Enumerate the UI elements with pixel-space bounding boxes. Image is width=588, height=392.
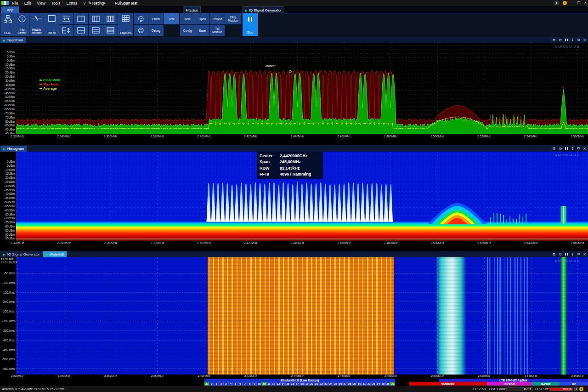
ble-channel-25: 25 bbox=[333, 382, 338, 386]
smiley-sad-button[interactable]: ☹ bbox=[134, 25, 148, 36]
debug-button[interactable]: Debug bbox=[148, 25, 164, 36]
three-columns-layout-button[interactable] bbox=[89, 13, 103, 24]
roc-button[interactable]: ROC bbox=[0, 13, 15, 36]
close-icon[interactable]: × bbox=[583, 38, 586, 42]
gear-icon[interactable]: ⚙ bbox=[553, 147, 556, 151]
iq-signal-generator-tab-label: IQ Signal Generator bbox=[7, 252, 40, 256]
health-monitor-icon bbox=[32, 15, 42, 22]
close-icon[interactable]: × bbox=[583, 147, 586, 151]
menu-tools[interactable]: Tools bbox=[51, 1, 61, 6]
mission-dbg-mission-button[interactable]: Dbg Mission bbox=[225, 13, 241, 24]
info-icon[interactable]: i bbox=[574, 387, 578, 391]
mission-dbg-column: Dbg Mission bbox=[225, 13, 241, 36]
mission-save-button[interactable]: Save bbox=[195, 25, 209, 36]
notification-icon[interactable]: i bbox=[579, 387, 583, 391]
mission-config-button[interactable]: Config bbox=[180, 25, 195, 36]
four-columns-layout-button[interactable] bbox=[103, 13, 118, 24]
two-rows-layout-button[interactable] bbox=[74, 25, 88, 36]
mission-txt-mission-button[interactable]: Txt Mission bbox=[210, 25, 225, 36]
menu-view[interactable]: View bbox=[37, 1, 45, 6]
menu-edit[interactable]: Edit bbox=[24, 1, 31, 6]
x-axis-label: 2.440MHz bbox=[291, 135, 305, 138]
test-button[interactable]: Test bbox=[164, 13, 179, 24]
menu-file[interactable]: File bbox=[12, 1, 18, 6]
y-axis-label: -50dBm bbox=[0, 95, 15, 98]
spectrum-panel-tab[interactable]: ▶ Spectrum bbox=[0, 37, 26, 43]
minimize-button[interactable]: − bbox=[571, 0, 573, 6]
edit-pencil-icon[interactable]: ✎ bbox=[88, 1, 92, 6]
undo-icon[interactable]: ↶ bbox=[96, 1, 99, 6]
detach-icon[interactable]: ⧉ bbox=[577, 38, 580, 42]
refresh-icon[interactable]: ⟳ bbox=[559, 147, 562, 151]
waterfall-tab[interactable]: ▶ Waterfall bbox=[43, 251, 67, 257]
ble-channel-16: 16 bbox=[290, 382, 295, 386]
health-monitor-label: Health Monitor bbox=[29, 28, 44, 34]
waterfall-time-gridline bbox=[16, 301, 588, 302]
info-row: RBW82,143kHz bbox=[260, 165, 320, 171]
histogram-panel-tab[interactable]: ▶ Histogram bbox=[0, 146, 27, 152]
waterfall-freq-gridline bbox=[157, 257, 158, 375]
gear-icon[interactable]: ⚙ bbox=[553, 38, 556, 42]
aaronia-watermark: AARONIA AG bbox=[554, 259, 580, 262]
close-icon[interactable]: × bbox=[583, 252, 586, 256]
detach-icon[interactable]: ⧉ bbox=[577, 146, 580, 151]
waterfall-time-gridline bbox=[16, 340, 588, 341]
waterfall-plot[interactable]: 15.02.2021 12:01:30,573 -50,0ms-100,0ms-… bbox=[0, 257, 588, 375]
iq-stop-button[interactable]: Stop bbox=[243, 13, 258, 36]
pause-icon[interactable] bbox=[565, 147, 568, 150]
menu-extras[interactable]: Extras bbox=[66, 1, 77, 6]
tab-all-button[interactable]: Tab all bbox=[44, 13, 59, 36]
y-axis-label: -65dBm bbox=[0, 212, 15, 216]
three-rows-layout-button[interactable] bbox=[89, 25, 103, 36]
notification-icon[interactable]: i bbox=[563, 1, 567, 5]
spectrum-plot[interactable]: 5dBm0dBm-5dBm-10dBm-15dBm-20dBm-25dBm-30… bbox=[0, 43, 588, 134]
y-axis-label: -20dBm bbox=[0, 71, 15, 74]
gear-icon[interactable]: ⚙ bbox=[553, 252, 556, 256]
spectrum-panel: ▶ Spectrum ⚙ ⟳ ↧ ⧉ × 5dBm0dBm-5dBm-10dBm… bbox=[0, 37, 588, 142]
redo-icon[interactable]: ↷ bbox=[102, 1, 106, 6]
waterfall-time-gridline bbox=[16, 350, 588, 350]
info-center-button[interactable]: Info Center bbox=[15, 13, 29, 36]
ribbon-tab-mission[interactable]: Mission bbox=[183, 6, 201, 13]
snapshot-icon[interactable]: ↧ bbox=[571, 38, 574, 42]
split-vertical-arrows-button[interactable] bbox=[59, 25, 74, 36]
pause-icon[interactable] bbox=[565, 39, 568, 41]
info-row: FFTs4096 / Hamming bbox=[260, 171, 320, 178]
pause-icon[interactable] bbox=[565, 253, 568, 256]
detach-icon[interactable]: ⧉ bbox=[577, 252, 580, 256]
close-button[interactable]: × bbox=[584, 0, 587, 6]
document-title: FullSpanTest bbox=[115, 0, 137, 6]
refresh-icon[interactable]: ⟳ bbox=[559, 252, 562, 256]
y-axis-label: -550,0ms bbox=[0, 367, 15, 370]
y-axis-label: -70dBm bbox=[0, 111, 15, 114]
layouts-button[interactable]: Layouts ▾ bbox=[118, 13, 133, 36]
ribbon-tab-iq-signal-generator[interactable]: ▶ IQ Signal Generator bbox=[243, 6, 284, 13]
menu-help[interactable]: ? bbox=[84, 1, 86, 6]
mission-new-button[interactable]: New bbox=[180, 13, 195, 24]
operator-telekom: Telekom bbox=[487, 382, 531, 386]
mission-open-button[interactable]: Open bbox=[195, 13, 209, 24]
snapshot-icon[interactable]: ↧ bbox=[571, 252, 574, 256]
histogram-panel-title: Histogram bbox=[7, 147, 24, 151]
refresh-icon[interactable]: ⟳ bbox=[559, 38, 562, 42]
info-icon[interactable]: i bbox=[554, 1, 559, 5]
ble-channel-9: 9 bbox=[252, 382, 257, 386]
split-buttons-column-2 bbox=[74, 13, 88, 36]
two-columns-layout-button[interactable] bbox=[74, 13, 88, 24]
aaronia-watermark: AARONIA AG bbox=[554, 45, 580, 48]
ble-channel-24: 24 bbox=[328, 382, 333, 386]
snapshot-icon[interactable]: ↧ bbox=[571, 147, 574, 151]
x-axis-label: 2.400MHz bbox=[198, 375, 210, 377]
split-horizontal-arrows-button[interactable] bbox=[59, 13, 74, 24]
maximize-button[interactable]: □ bbox=[577, 0, 580, 6]
four-rows-layout-button[interactable] bbox=[103, 25, 118, 36]
iq-signal-generator-tab[interactable]: ▶ IQ Signal Generator bbox=[0, 251, 43, 257]
mission-reload-button[interactable]: Reload bbox=[210, 13, 225, 24]
legend-label: Max Hold bbox=[43, 82, 58, 86]
crash-button[interactable]: Crash bbox=[148, 13, 164, 24]
health-monitor-button[interactable]: Health Monitor bbox=[29, 13, 44, 36]
histogram-plot[interactable]: 0dBm-5dBm-10dBm-15dBm-20dBm-25dBm-30dBm-… bbox=[0, 152, 588, 241]
ribbon-tab-app[interactable]: App bbox=[1, 6, 19, 13]
smiley-happy-button[interactable]: ☺ bbox=[134, 13, 148, 24]
ble-channel-17: 17 bbox=[295, 382, 300, 386]
